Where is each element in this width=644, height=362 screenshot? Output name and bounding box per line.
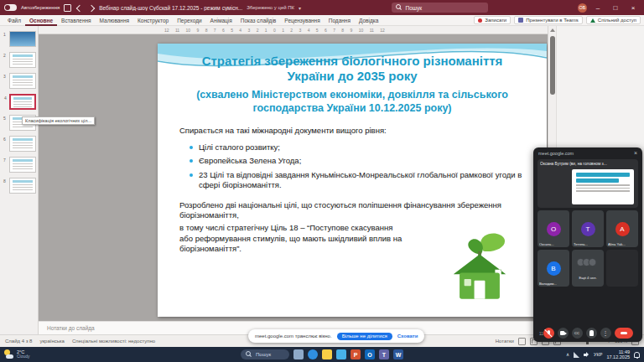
tray-chevron-up-icon[interactable]: ∧ — [566, 352, 569, 357]
stacked-avatars-icon — [579, 258, 597, 266]
slide-paragraph-2: в тому числі стратегічну Ціль 18 – “Пост… — [179, 223, 408, 255]
taskbar-center: Пошук P O T W — [241, 349, 403, 359]
meet-window-title: meet.google.com — [538, 151, 574, 156]
participant-tile[interactable]: В Володим... — [538, 250, 569, 287]
ribbon-tab-review[interactable]: Рецензування — [280, 15, 324, 26]
participant-name: Оксана... — [539, 242, 554, 246]
task-view-icon[interactable] — [293, 349, 304, 359]
screen-share-banner: meet.google.com транслює вікно. Більше н… — [248, 329, 424, 343]
ribbon-tabs-bar: Файл Основне Вставлення Малювання Констр… — [0, 15, 644, 26]
microphone-muted-button[interactable] — [543, 328, 554, 339]
slide[interactable]: Стратегія збереження біологічного різном… — [158, 44, 547, 317]
meet-control-bar: CC ⋮ — [533, 328, 642, 339]
avatar[interactable]: ОБ — [578, 3, 587, 13]
ribbon-tab-file[interactable]: Файл — [3, 15, 25, 26]
list-item: Європейська Зелена Угода; — [190, 156, 525, 167]
ribbon-tab-transitions[interactable]: Переходи — [173, 15, 205, 26]
store-icon[interactable] — [336, 349, 346, 359]
share-banner-message: meet.google.com транслює вікно. — [255, 334, 332, 339]
notes-toggle-button[interactable]: Нотатки — [496, 339, 514, 344]
teams-icon — [518, 18, 523, 23]
end-call-button[interactable] — [615, 328, 633, 339]
google-meet-window[interactable]: meet.google.com × Оксана Бутрим (ви, на … — [533, 147, 642, 342]
language-indicator[interactable]: українська — [39, 339, 65, 344]
ribbon-tab-view[interactable]: Подання — [325, 15, 355, 26]
accessibility-status[interactable]: Спеціальні можливості: недоступно — [72, 339, 155, 344]
search-placeholder: Пошук — [406, 5, 423, 11]
meet-pinned-tile[interactable]: Оксана Бутрим (ви, на головном з... — [538, 159, 638, 208]
chevron-down-icon[interactable]: ▾ — [299, 5, 301, 11]
saved-status[interactable]: Збережено у цей ПК — [247, 5, 294, 10]
outlook-icon[interactable]: O — [365, 349, 375, 359]
meet-close-icon[interactable]: × — [634, 150, 637, 156]
slide-subtitle[interactable]: (схвалено Міністерством економіки, довкі… — [158, 89, 547, 115]
scroll-up-icon[interactable] — [550, 28, 555, 32]
powerpoint-titlebar: Автозбереження Вебінар слайд-шоу Субскай… — [0, 0, 644, 15]
search-input[interactable]: Пошук — [392, 3, 488, 13]
camera-button[interactable] — [558, 328, 569, 339]
file-explorer-icon[interactable] — [322, 349, 332, 359]
autosave-toggle[interactable] — [4, 4, 17, 11]
undo-icon[interactable] — [75, 4, 83, 12]
list-item: 23 Цілі та відповідні завдання Куньмінсь… — [190, 170, 525, 191]
slide-thumbnail-3[interactable]: 3 — [9, 73, 36, 89]
participant-tile[interactable]: О Оксана... — [538, 210, 569, 247]
maximize-button[interactable]: □ — [609, 0, 622, 15]
stop-sharing-button[interactable]: Більше не ділитися — [337, 333, 392, 340]
taskbar-search[interactable]: Пошук — [241, 349, 289, 359]
notifications-bell-icon[interactable] — [634, 352, 640, 358]
slide-thumbnail-1[interactable]: 1 — [9, 31, 36, 47]
slide-thumbnail-2[interactable]: 2 — [9, 52, 36, 68]
slide-thumbnail-4-selected[interactable]: 4 — [9, 94, 36, 110]
save-icon[interactable] — [64, 4, 71, 12]
autosave-label: Автозбереження — [21, 5, 60, 10]
keyboard-language[interactable]: УКР — [594, 352, 602, 357]
weather-icon — [4, 349, 13, 359]
ribbon-tab-slideshow[interactable]: Показ слайдів — [236, 15, 281, 26]
share-button[interactable]: Спільний доступ — [586, 16, 641, 24]
captions-button[interactable]: CC — [572, 328, 583, 339]
windows-taskbar: 2°C Cloudy Пошук P O T W ∧ УКР 11:49 17.… — [0, 347, 644, 362]
ribbon-tab-home[interactable]: Основне — [25, 15, 57, 26]
record-button[interactable]: Записати — [474, 16, 511, 24]
scrollbar-thumb[interactable] — [550, 36, 555, 95]
pinned-participant-name: Оксана Бутрим (ви, на головном з... — [540, 162, 636, 166]
ribbon-tab-draw[interactable]: Малювання — [96, 15, 133, 26]
horizontal-ruler: 12 11 10 9 8 7 6 5 4 3 2 1 0 1 2 3 4 5 6… — [39, 26, 548, 34]
slide-paragraph-1: Розроблено дві національні цілі, що стос… — [179, 200, 512, 221]
ribbon-tab-design[interactable]: Конструктор — [133, 15, 173, 26]
network-icon[interactable] — [574, 352, 579, 358]
slide-thumbnail-7[interactable]: 7 — [9, 157, 36, 173]
teams-icon[interactable]: T — [379, 349, 389, 359]
participant-grid: О Оксана... Т Тетяна... A Alina Yak... В… — [538, 210, 638, 287]
close-button[interactable]: × — [626, 0, 640, 15]
clock[interactable]: 11:49 17.12.2025 — [606, 349, 630, 360]
participant-overflow-tile[interactable]: Ещё 4 чел. — [572, 250, 604, 287]
edge-icon[interactable] — [308, 349, 318, 359]
more-options-button[interactable]: ⋮ — [600, 328, 611, 339]
slide-title[interactable]: Стратегія збереження біологічного різном… — [158, 54, 547, 84]
ribbon-tab-animations[interactable]: Анімація — [206, 15, 236, 26]
participant-name: Володим... — [539, 282, 557, 286]
minimize-button[interactable]: – — [591, 0, 605, 15]
participant-tile[interactable]: A Alina Yak... — [606, 210, 638, 247]
slide-thumbnail-6[interactable]: 6 — [9, 136, 36, 152]
weather-widget[interactable]: 2°C Cloudy — [4, 349, 30, 359]
system-tray: ∧ УКР 11:49 17.12.2025 — [566, 349, 640, 360]
present-in-teams-button[interactable]: Презентувати в Teams — [514, 16, 583, 24]
hide-banner-button[interactable]: Сховати — [397, 334, 418, 339]
slide-thumbnail-8[interactable]: 8 — [9, 178, 36, 194]
document-title: Вебінар слайд-шоу Субскай 17.12.2025 - р… — [99, 5, 242, 11]
notes-placeholder: Нотатки до слайда — [47, 325, 95, 331]
date: 17.12.2025 — [606, 354, 630, 359]
normal-view-icon[interactable] — [518, 338, 526, 345]
word-icon[interactable]: W — [393, 349, 403, 359]
bullet-icon — [190, 146, 193, 149]
powerpoint-icon[interactable]: P — [351, 349, 361, 359]
volume-icon[interactable] — [584, 352, 589, 358]
raise-hand-button[interactable] — [586, 328, 597, 339]
participant-tile[interactable]: Т Тетяна... — [572, 210, 604, 247]
redo-icon[interactable] — [87, 4, 95, 12]
ribbon-tab-help[interactable]: Довідка — [355, 15, 382, 26]
ribbon-tab-insert[interactable]: Вставлення — [57, 15, 96, 26]
